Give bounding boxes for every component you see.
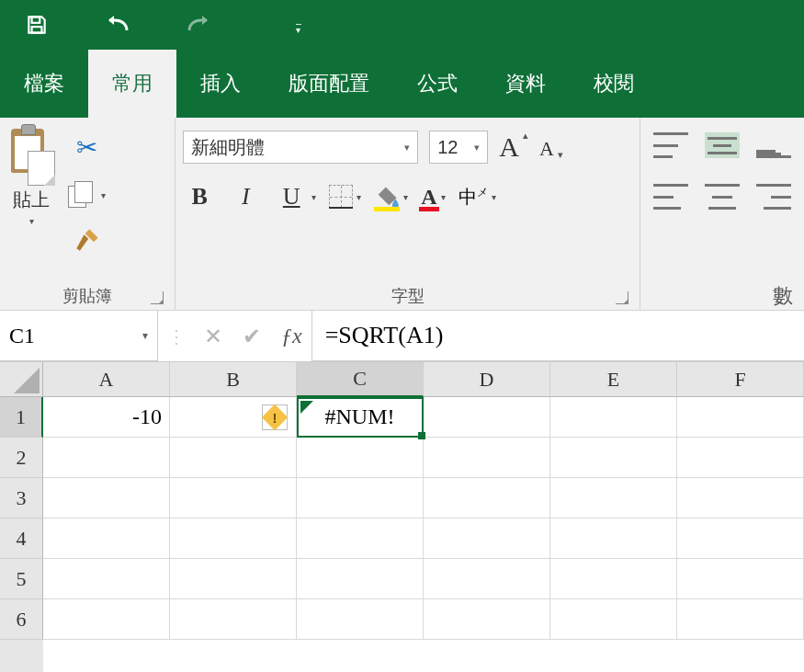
- cell-E3[interactable]: [550, 478, 677, 518]
- cell-C1[interactable]: #NUM!: [297, 397, 424, 438]
- column-header[interactable]: B: [170, 362, 297, 397]
- cell-D3[interactable]: [424, 478, 550, 518]
- decrease-font-size-button[interactable]: A: [539, 137, 554, 161]
- formula-bar: C1 ▾ ⋮ ✕ ✔ ƒx =SQRT(A1): [0, 311, 804, 362]
- insert-function-button[interactable]: ƒx: [281, 324, 302, 348]
- cell-E5[interactable]: [550, 559, 677, 599]
- customize-qat-button[interactable]: ⎯▾: [296, 15, 301, 35]
- phonetic-guide-split-button[interactable]: 中メ ▾: [459, 185, 496, 210]
- tab-home[interactable]: 常用: [88, 50, 176, 118]
- tab-formulas[interactable]: 公式: [393, 50, 481, 118]
- cell-B3[interactable]: [170, 478, 297, 518]
- cell-A1[interactable]: -10: [43, 397, 170, 438]
- cell-D5[interactable]: [424, 559, 550, 599]
- cell-C5[interactable]: [297, 559, 424, 599]
- column-header[interactable]: F: [677, 362, 804, 397]
- cell-F3[interactable]: [677, 478, 804, 518]
- fill-icon: [374, 184, 400, 210]
- redo-button[interactable]: [182, 8, 215, 41]
- cell-A4[interactable]: [43, 518, 170, 559]
- formula-value: =SQRT(A1): [325, 322, 444, 349]
- separator: ⋮: [158, 325, 195, 347]
- cell-B2[interactable]: [170, 438, 297, 478]
- cell-F2[interactable]: [677, 438, 804, 478]
- chevron-down-icon: ▾: [29, 216, 34, 226]
- align-middle-button[interactable]: [705, 132, 740, 158]
- tab-review[interactable]: 校閱: [570, 50, 658, 118]
- cell-F1[interactable]: [677, 397, 804, 438]
- tab-file[interactable]: 檔案: [0, 50, 88, 118]
- spreadsheet-grid: 1 2 3 4 5 6 A B C D E F -10 #NUM!: [0, 362, 804, 672]
- font-name-combo[interactable]: 新細明體 ▾: [183, 131, 418, 164]
- enter-formula-button[interactable]: ✔: [243, 324, 261, 349]
- column-header[interactable]: A: [43, 362, 170, 397]
- column-header[interactable]: C: [297, 362, 424, 397]
- name-box[interactable]: C1 ▾: [0, 311, 158, 361]
- cell-E2[interactable]: [550, 438, 677, 478]
- row-header[interactable]: 1: [0, 397, 43, 438]
- cell-C4[interactable]: [297, 518, 424, 559]
- cell-E4[interactable]: [550, 518, 677, 559]
- paste-split-button[interactable]: 貼上 ▾: [7, 123, 55, 226]
- error-smart-tag[interactable]: !: [262, 404, 288, 430]
- align-top-button[interactable]: [653, 132, 688, 158]
- paste-icon: [7, 129, 55, 186]
- cell-B6[interactable]: [170, 599, 297, 640]
- format-painter-button[interactable]: [74, 227, 100, 259]
- cancel-formula-button[interactable]: ✕: [204, 324, 222, 349]
- dialog-launcher[interactable]: [616, 291, 628, 304]
- row-header[interactable]: 6: [0, 599, 43, 640]
- cell-C2[interactable]: [297, 438, 424, 478]
- cell-B4[interactable]: [170, 518, 297, 559]
- cell-D4[interactable]: [424, 518, 550, 559]
- fill-color-split-button[interactable]: ▾: [374, 184, 408, 210]
- borders-split-button[interactable]: ▾: [329, 185, 361, 209]
- formula-input[interactable]: =SQRT(A1): [311, 311, 804, 361]
- row-header[interactable]: 2: [0, 438, 43, 478]
- tab-layout[interactable]: 版面配置: [265, 50, 393, 118]
- ribbon-group-label: 剪貼簿: [7, 282, 167, 310]
- align-left-button[interactable]: [653, 184, 688, 210]
- align-center-button[interactable]: [705, 184, 740, 210]
- italic-button[interactable]: I: [229, 180, 262, 213]
- warning-icon: !: [262, 404, 288, 430]
- name-box-value: C1: [9, 324, 35, 348]
- select-all-corner[interactable]: [0, 362, 43, 397]
- row-header[interactable]: 5: [0, 559, 43, 599]
- cell-A6[interactable]: [43, 599, 170, 640]
- column-header[interactable]: D: [424, 362, 550, 397]
- cell-F4[interactable]: [677, 518, 804, 559]
- bold-button[interactable]: B: [183, 180, 216, 213]
- dialog-launcher[interactable]: [151, 291, 164, 304]
- cell-A3[interactable]: [43, 478, 170, 518]
- cell-F6[interactable]: [677, 599, 804, 640]
- undo-button[interactable]: [101, 8, 134, 41]
- cell-E6[interactable]: [550, 599, 677, 640]
- cell-F5[interactable]: [677, 559, 804, 599]
- cell-A2[interactable]: [43, 438, 170, 478]
- cell-C6[interactable]: [297, 599, 424, 640]
- copy-split-button[interactable]: ▾: [68, 181, 106, 209]
- cell-B5[interactable]: [170, 559, 297, 599]
- tab-data[interactable]: 資料: [481, 50, 570, 118]
- cut-button[interactable]: ✂: [76, 132, 97, 163]
- font-color-split-button[interactable]: A ▾: [421, 185, 445, 210]
- ribbon-group-font: 新細明體 ▾ 12 ▾ A A B I U▾: [176, 118, 640, 310]
- cell-E1[interactable]: [550, 397, 677, 438]
- row-header[interactable]: 4: [0, 518, 43, 559]
- cell-D6[interactable]: [424, 599, 550, 640]
- row-header[interactable]: 3: [0, 478, 43, 518]
- underline-split-button[interactable]: U▾: [275, 180, 316, 213]
- save-button[interactable]: [20, 8, 53, 41]
- align-bottom-button[interactable]: [756, 132, 791, 158]
- align-right-button[interactable]: [756, 184, 791, 210]
- cell-D1[interactable]: [424, 397, 550, 438]
- ribbon-group-clipboard: 貼上 ▾ ✂ ▾ 剪貼簿: [0, 118, 176, 310]
- cell-C3[interactable]: [297, 478, 424, 518]
- tab-insert[interactable]: 插入: [176, 50, 265, 118]
- increase-font-size-button[interactable]: A: [499, 131, 519, 163]
- cell-A5[interactable]: [43, 559, 170, 599]
- column-header[interactable]: E: [550, 362, 677, 397]
- font-size-combo[interactable]: 12 ▾: [429, 131, 488, 164]
- cell-D2[interactable]: [424, 438, 550, 478]
